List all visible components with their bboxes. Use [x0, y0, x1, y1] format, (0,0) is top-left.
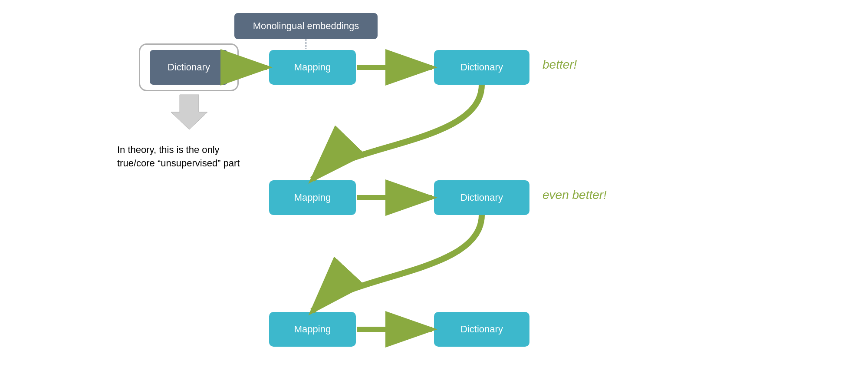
label-even-better: even better!: [542, 188, 607, 202]
mapping-box-row3: Mapping: [269, 312, 356, 347]
diagram-container: Monolingual embeddings Dictionary Mappin…: [0, 0, 868, 371]
mapping-box-row2: Mapping: [269, 180, 356, 215]
dict-box-row1: Dictionary: [434, 50, 529, 85]
dict-label-row1: Dictionary: [460, 62, 503, 73]
mono-embeddings-label: Monolingual embeddings: [253, 20, 359, 32]
label-better: better!: [542, 58, 577, 72]
curve-r2-to-r3: [312, 215, 482, 311]
dict-box-row2: Dictionary: [434, 180, 529, 215]
mapping-label-row2: Mapping: [294, 192, 331, 203]
dict-label-row3: Dictionary: [460, 324, 503, 335]
dict-box-row3: Dictionary: [434, 312, 529, 347]
unsupervised-text: In theory, this is the only true/core “u…: [117, 143, 256, 170]
dict-bordered-box: Dictionary: [150, 50, 228, 85]
dict-label-row2: Dictionary: [460, 192, 503, 203]
curve-r1-to-r2: [312, 85, 482, 179]
dict-bordered-container: Dictionary: [139, 43, 239, 91]
down-arrow-icon: [171, 95, 207, 129]
dict-bordered-label: Dictionary: [168, 62, 210, 73]
mapping-box-row1: Mapping: [269, 50, 356, 85]
mono-embeddings-box: Monolingual embeddings: [234, 13, 378, 39]
mapping-label-row3: Mapping: [294, 324, 331, 335]
mapping-label-row1: Mapping: [294, 62, 331, 73]
